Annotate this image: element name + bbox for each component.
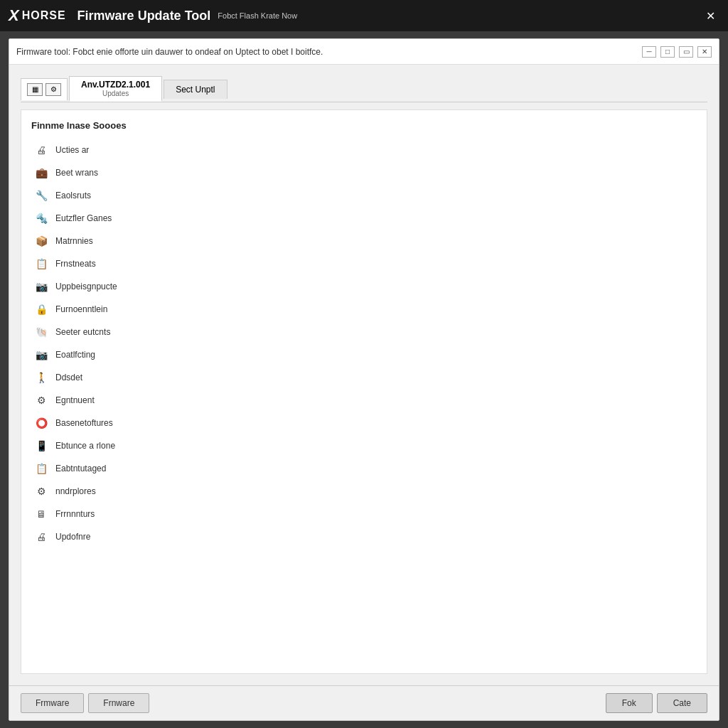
title-bar-left: X HORSE Firmware Update Tool Fobct Flash…	[9, 6, 297, 25]
firmware-item[interactable]: 📷 Eoatlfcting	[31, 344, 697, 365]
bottom-right-button-0[interactable]: Fok	[606, 693, 653, 713]
firmware-item-icon: 🚶	[34, 370, 48, 385]
bottom-right-button-1[interactable]: Cate	[657, 693, 707, 713]
firmware-item[interactable]: 🖥 Frrnnnturs	[31, 503, 697, 525]
firmware-item-label: Ddsdet	[55, 373, 82, 382]
firmware-item-label: Ucties ar	[55, 145, 89, 155]
firmware-item-icon: 🔒	[34, 302, 48, 316]
firmware-item-label: Eoatlfcting	[55, 350, 95, 360]
firmware-item-label: Eaolsruts	[55, 191, 91, 200]
firmware-item-label: Frrnnnturs	[55, 509, 95, 519]
firmware-item-icon: ⚙	[34, 393, 48, 407]
firmware-item-icon: 🔩	[34, 211, 48, 225]
tab-version: Anv.UTZD2.1.001	[81, 80, 150, 90]
firmware-item-icon: ⚙	[34, 484, 48, 498]
firmware-item-icon: 📋	[34, 461, 48, 476]
firmware-item-label: Furnoenntlein	[55, 304, 107, 314]
firmware-item[interactable]: 🖨 Ucties ar	[31, 139, 697, 161]
bottom-left-button-1[interactable]: Frnware	[88, 693, 149, 713]
firmware-item[interactable]: 📋 Eabtntutaged	[31, 458, 697, 479]
firmware-item-icon: 📷	[34, 279, 48, 294]
window-title-text: Firmware tool: Fobct enie offorte uin da…	[16, 47, 323, 57]
window-controls: ─ □ ▭ ✕	[642, 46, 712, 58]
firmware-item-label: Ebtunce a rlone	[55, 441, 115, 451]
firmware-item[interactable]: 🐚 Seeter eutcnts	[31, 321, 697, 343]
firmware-item[interactable]: 💼 Beet wrans	[31, 162, 697, 183]
firmware-item[interactable]: 🔒 Furnoenntlein	[31, 299, 697, 320]
firmware-item-icon: 📱	[34, 439, 48, 453]
bottom-left-buttons: FrmwareFrnware	[21, 693, 149, 713]
xhorse-logo: X HORSE	[9, 6, 66, 25]
tab-icons: ▦ ⚙	[21, 78, 68, 100]
firmware-item-icon: 📷	[34, 348, 48, 362]
app-title: Firmware Update Tool	[77, 9, 211, 23]
logo-x-icon: X	[9, 6, 19, 25]
firmware-item[interactable]: 📦 Matrnnies	[31, 230, 697, 252]
bottom-right-buttons: FokCate	[606, 693, 707, 713]
title-close-button[interactable]: ✕	[702, 8, 719, 24]
maximize-button[interactable]: ▭	[679, 46, 693, 58]
firmware-item-icon: 📋	[34, 257, 48, 271]
tab-icon-settings: ⚙	[46, 83, 61, 96]
firmware-item-label: Egntnuent	[55, 395, 95, 405]
title-bar: X HORSE Firmware Update Tool Fobct Flash…	[0, 0, 728, 31]
firmware-item-label: Frnstneats	[55, 259, 96, 269]
firmware-panel: Finnme lnase Soooes 🖨 Ucties ar 💼 Beet w…	[21, 109, 707, 674]
bottom-left-button-0[interactable]: Frmware	[21, 693, 84, 713]
firmware-item-label: Seeter eutcnts	[55, 327, 110, 337]
firmware-item[interactable]: 🔩 Eutzfler Ganes	[31, 208, 697, 229]
tab-icon-display: ▦	[27, 83, 43, 96]
tab-updates[interactable]: Anv.UTZD2.1.001 Updates	[69, 76, 162, 102]
firmware-item-icon: 🐚	[34, 325, 48, 339]
firmware-item[interactable]: 📱 Ebtunce a rlone	[31, 435, 697, 456]
window-title-bar: Firmware tool: Fobct enie offorte uin da…	[9, 39, 719, 65]
firmware-item-label: Beet wrans	[55, 168, 98, 178]
close-button[interactable]: ✕	[697, 46, 712, 58]
firmware-item[interactable]: 🚶 Ddsdet	[31, 367, 697, 388]
firmware-item[interactable]: ⚙ Egntnuent	[31, 390, 697, 411]
firmware-item-label: Eabtntutaged	[55, 464, 106, 473]
minimize-button[interactable]: ─	[642, 46, 656, 58]
firmware-item-icon: ⭕	[34, 416, 48, 430]
firmware-item[interactable]: ⚙ nndrplores	[31, 481, 697, 502]
firmware-panel-title: Finnme lnase Soooes	[31, 120, 697, 131]
firmware-item-icon: 📦	[34, 234, 48, 248]
firmware-item-label: Updofnre	[55, 532, 90, 542]
firmware-item-label: Basenetoftures	[55, 418, 113, 428]
tab-label: Updates	[102, 90, 129, 97]
firmware-item-label: Uppbeisgnpucte	[55, 282, 117, 291]
firmware-item-icon: 🔧	[34, 188, 48, 203]
logo-horse-text: HORSE	[22, 9, 66, 22]
main-window: Firmware tool: Fobct enie offorte uin da…	[9, 38, 719, 721]
window-content: ▦ ⚙ Anv.UTZD2.1.001 Updates Sect Unptl F…	[9, 65, 719, 685]
title-bar-info: Fobct Flash Krate Now	[218, 11, 297, 20]
firmware-item[interactable]: 🖨 Updofnre	[31, 526, 697, 547]
bottom-bar: FrmwareFrnware FokCate	[9, 685, 719, 720]
tab-inactive[interactable]: Sect Unptl	[164, 80, 227, 99]
firmware-item-icon: 🖨	[34, 530, 48, 544]
firmware-item-label: Matrnnies	[55, 236, 93, 246]
firmware-item[interactable]: 📷 Uppbeisgnpucte	[31, 276, 697, 297]
firmware-item-icon: 🖨	[34, 143, 48, 157]
firmware-item-label: Eutzfler Ganes	[55, 213, 112, 223]
restore-button[interactable]: □	[660, 46, 675, 58]
tab-inactive-label: Sect Unptl	[176, 85, 215, 95]
tab-bar: ▦ ⚙ Anv.UTZD2.1.001 Updates Sect Unptl	[21, 76, 707, 102]
firmware-item[interactable]: 🔧 Eaolsruts	[31, 185, 697, 206]
firmware-item-label: nndrplores	[55, 486, 96, 496]
firmware-item-icon: 💼	[34, 166, 48, 180]
firmware-item-icon: 🖥	[34, 507, 48, 521]
firmware-item[interactable]: ⭕ Basenetoftures	[31, 412, 697, 434]
firmware-item[interactable]: 📋 Frnstneats	[31, 253, 697, 274]
firmware-list: 🖨 Ucties ar 💼 Beet wrans 🔧 Eaolsruts 🔩 E…	[31, 139, 697, 547]
